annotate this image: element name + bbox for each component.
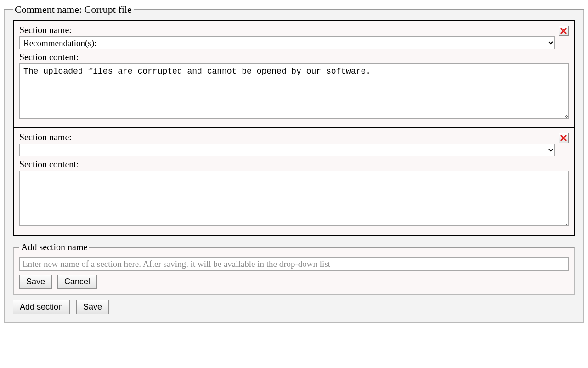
section-name-select[interactable]: Recommendation(s): — [19, 36, 555, 49]
delete-section-button[interactable] — [559, 133, 569, 143]
section-name-select[interactable] — [19, 144, 555, 156]
close-icon — [560, 27, 567, 34]
save-button[interactable]: Save — [76, 300, 109, 314]
section-content-label: Section content: — [19, 52, 569, 63]
legend-prefix: Comment name: — [15, 4, 85, 15]
add-section-name-save-button[interactable]: Save — [19, 275, 52, 289]
add-section-button[interactable]: Add section — [13, 300, 70, 314]
sections-panel: Section name: Recommendation(s): Section… — [13, 20, 575, 236]
add-section-name-fieldset: Add section name Save Cancel — [13, 242, 575, 295]
delete-section-button[interactable] — [559, 26, 569, 36]
add-section-name-legend: Add section name — [19, 242, 89, 253]
comment-editor-fieldset: Comment name: Corrupt file Section name:… — [4, 4, 584, 323]
section: Section name: Recommendation(s): Section… — [14, 21, 574, 127]
section-content-label: Section content: — [19, 159, 569, 170]
section-content-textarea[interactable] — [19, 63, 569, 119]
add-section-name-cancel-button[interactable]: Cancel — [57, 275, 97, 289]
section-name-label: Section name: — [19, 25, 555, 35]
section-name-label: Section name: — [19, 132, 555, 143]
section-content-textarea[interactable] — [19, 171, 569, 226]
section: Section name: Section content: — [14, 127, 574, 235]
add-section-name-input[interactable] — [19, 257, 569, 271]
comment-name-value: Corrupt file — [85, 4, 132, 15]
close-icon — [560, 134, 567, 142]
comment-editor-legend: Comment name: Corrupt file — [13, 4, 134, 16]
